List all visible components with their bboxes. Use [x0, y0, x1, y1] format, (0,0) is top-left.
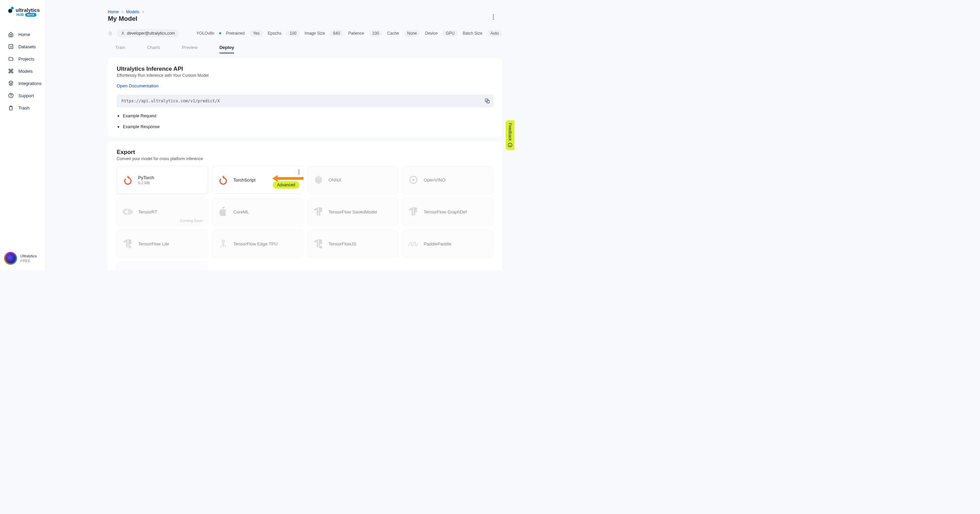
feedback-label: Feedback [508, 123, 512, 141]
export-card-title: ONNX [329, 178, 342, 182]
breadcrumb-sep: > [142, 10, 144, 14]
lock-icon [108, 31, 113, 36]
svg-point-13 [298, 172, 299, 173]
nav: Home Datasets Projects Models Integratio… [0, 28, 46, 114]
export-card-title: TensorRT [138, 209, 157, 214]
export-pytorch[interactable]: PyTorch 6.2 MB [117, 166, 208, 194]
export-tensorrt[interactable]: TensorRT Coming Soon [117, 198, 208, 226]
export-card-menu[interactable] [298, 170, 299, 175]
export-ncnn[interactable]: NCNN [117, 262, 208, 270]
nav-label: Models [18, 69, 33, 74]
export-card-title: TensorFlowJS [329, 241, 356, 246]
nav-label: Projects [18, 56, 34, 62]
account-widget[interactable]: Ultralytics FREE [4, 252, 37, 265]
breadcrumb-home[interactable]: Home [108, 10, 119, 14]
export-card-title: OpenVINO [424, 178, 445, 182]
spec-pretrained-label: Pretrained [226, 31, 245, 36]
svg-point-21 [508, 143, 512, 147]
spec-patience-value: 100 [369, 30, 382, 37]
page-title: My Model [108, 15, 502, 22]
brand-hub: HUB [16, 13, 24, 17]
nav-support[interactable]: Support [0, 89, 46, 102]
nav-trash[interactable]: Trash [0, 102, 46, 114]
coming-soon-label: Coming Soon [180, 219, 203, 223]
brand-logo[interactable]: ultralytics HUB BETA [0, 0, 46, 20]
spec-cache-label: Cache [387, 31, 399, 36]
export-tf-graphdef[interactable]: TensorFlow GraphDef [402, 198, 493, 226]
nav-models[interactable]: Models [0, 65, 46, 77]
export-card-title: TensorFlow Edge TPU [234, 241, 278, 246]
spec-imagesize-value: 640 [330, 30, 343, 37]
spec-pretrained-value: Yes [250, 30, 263, 37]
svg-point-11 [224, 177, 224, 178]
breadcrumb: Home > Models > [108, 10, 502, 14]
nav-home[interactable]: Home [0, 28, 46, 40]
meta-row: developer@ultralytics.com YOLOv8n Pretra… [108, 29, 502, 37]
export-tf-savedmodel[interactable]: TensorFlow SavedModel [307, 198, 398, 226]
nav-integrations[interactable]: Integrations [0, 77, 46, 89]
trash-icon [8, 105, 14, 111]
export-card-size: 6.2 MB [138, 181, 154, 185]
pytorch-icon [218, 175, 229, 185]
open-documentation-link[interactable]: Open Documentation [117, 83, 159, 88]
spec-device-value: GPU [442, 30, 458, 37]
tab-preview[interactable]: Preview [182, 42, 197, 53]
spec-imagesize-label: Image Size [305, 31, 325, 36]
tab-charts[interactable]: Charts [147, 42, 160, 53]
svg-point-17 [129, 246, 132, 249]
tab-deploy[interactable]: Deploy [220, 42, 234, 53]
spec-batch-value: Auto [487, 30, 502, 37]
nav-label: Integrations [18, 81, 41, 86]
spec-epochs-value: 100 [286, 30, 300, 37]
example-response-toggle[interactable]: ▼ Example Response [117, 124, 493, 129]
export-tfjs[interactable]: JS TensorFlowJS [307, 230, 398, 258]
nav-datasets[interactable]: Datasets [0, 40, 46, 53]
spec-batch-label: Batch Size [463, 31, 482, 36]
export-card-title: CoreML [234, 209, 249, 214]
export-card-title: TensorFlow SavedModel [329, 209, 377, 214]
export-tf-edgetpu[interactable]: TensorFlow Edge TPU [212, 230, 303, 258]
nav-projects[interactable]: Projects [0, 53, 46, 65]
svg-rect-0 [9, 44, 13, 49]
paddle-icon [408, 238, 419, 249]
copy-button[interactable] [485, 98, 490, 104]
owner-chip[interactable]: developer@ultralytics.com [117, 29, 179, 37]
example-request-toggle[interactable]: ▼ Example Request [117, 114, 493, 118]
tabs: Train Charts Preview Deploy [108, 42, 502, 53]
spec-patience-label: Patience [348, 31, 364, 36]
tensorflow-icon [408, 206, 419, 217]
spec-epochs-label: Epochs [268, 31, 282, 36]
tab-train[interactable]: Train [115, 42, 125, 53]
breadcrumb-sep: > [121, 10, 124, 14]
export-onnx[interactable]: ONNX [307, 166, 398, 194]
openvino-icon [408, 175, 419, 185]
svg-text:JS: JS [319, 246, 322, 249]
svg-point-10 [129, 177, 129, 178]
svg-point-4 [493, 16, 494, 17]
command-icon [8, 68, 14, 74]
page-menu-button[interactable] [489, 13, 498, 21]
image-icon [8, 44, 14, 49]
status-dot-icon [219, 32, 221, 34]
svg-point-18 [222, 240, 224, 243]
tensorflow-icon [123, 238, 134, 249]
breadcrumb-models[interactable]: Models [126, 10, 140, 14]
export-paddlepaddle[interactable]: PaddlePaddle [402, 230, 493, 258]
svg-point-16 [412, 179, 415, 181]
example-request-label: Example Request [123, 114, 156, 118]
svg-rect-6 [109, 33, 111, 35]
export-card-title: PyTorch [138, 175, 154, 180]
feedback-tab[interactable]: Feedback [506, 120, 514, 150]
api-url-box: https://api.ultralytics.com/v1/predict/X [117, 95, 493, 108]
svg-point-14 [298, 173, 299, 175]
export-torchscript[interactable]: TorchScript Advanced [212, 166, 303, 194]
inference-title: Ultralytics Inference API [117, 66, 493, 72]
chip-icon [218, 238, 229, 249]
export-tf-lite[interactable]: TensorFlow Lite [117, 230, 208, 258]
export-card-title: TensorFlow GraphDef [424, 209, 466, 214]
advanced-badge[interactable]: Advanced [273, 181, 299, 189]
export-coreml[interactable]: CoreML [212, 198, 303, 226]
owner-email: developer@ultralytics.com [127, 31, 175, 36]
export-openvino[interactable]: OpenVINO [402, 166, 493, 194]
export-card-title: TorchScript [234, 178, 256, 182]
